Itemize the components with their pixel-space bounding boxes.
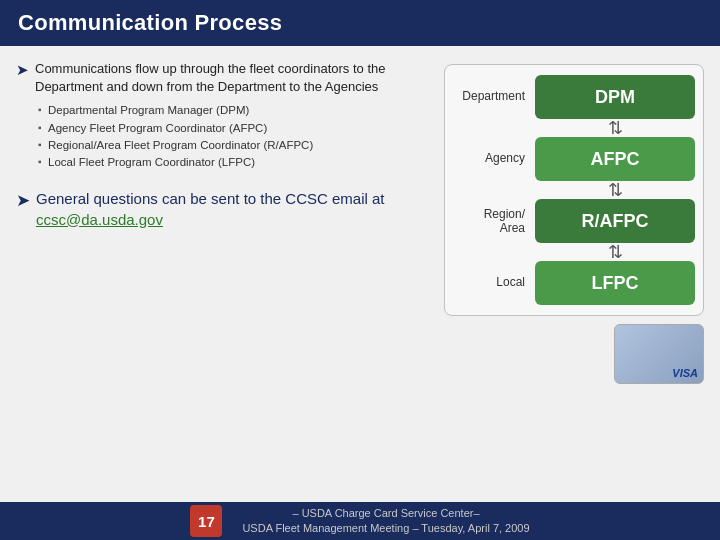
slide-title: Communication Process: [0, 0, 720, 46]
main-bullet-text-1: Communications flow up through the fleet…: [35, 60, 428, 96]
arrow-icon: ⇅: [608, 181, 623, 199]
footer-line2: USDA Fleet Management Meeting – Tuesday,…: [242, 521, 529, 536]
diagram-row-region: Region/Area R/AFPC: [455, 199, 695, 243]
slide: Communication Process ➤ Communications f…: [0, 0, 720, 540]
sub-bullet-item: Agency Fleet Program Coordinator (AFPC): [38, 120, 428, 137]
diagram-label-region: Region/Area: [455, 207, 535, 236]
ccsc-link[interactable]: ccsc@da.usda.gov: [36, 211, 163, 228]
sub-bullet-item: Regional/Area Fleet Program Coordinator …: [38, 137, 428, 154]
diagram-label-local: Local: [455, 275, 535, 291]
diagram-row-agency: Agency AFPC: [455, 137, 695, 181]
arrow-rafpc-lfpc: ⇅: [608, 243, 623, 261]
main-bullet-1: ➤ Communications flow up through the fle…: [16, 60, 428, 96]
footer-text-block: – USDA Charge Card Service Center– USDA …: [242, 506, 529, 537]
diagram-container: Department DPM ⇅ Agency AFPC ⇅: [455, 75, 695, 305]
footer-line1: – USDA Charge Card Service Center–: [292, 506, 479, 521]
visa-logo: VISA: [672, 367, 698, 379]
arrow-dpm-afpc: ⇅: [608, 119, 623, 137]
bullet-section-1: ➤ Communications flow up through the fle…: [16, 60, 428, 171]
general-bullet-arrow-icon: ➤: [16, 190, 30, 211]
arrow-icon: ⇅: [608, 243, 623, 261]
arrow-icon: ⇅: [608, 119, 623, 137]
sub-bullet-item: Departmental Program Manager (DPM): [38, 102, 428, 119]
left-panel: ➤ Communications flow up through the fle…: [16, 60, 428, 502]
sub-bullet-list: Departmental Program Manager (DPM) Agenc…: [38, 102, 428, 171]
general-bullet-text: General questions can be sent to the CCS…: [36, 189, 428, 230]
diagram-label-agency: Agency: [455, 151, 535, 167]
visa-card: VISA: [614, 324, 704, 384]
footer-bar: 17 – USDA Charge Card Service Center– US…: [0, 502, 720, 540]
diagram-box-lfpc: LFPC: [535, 261, 695, 305]
footer-page-number: 17: [190, 505, 222, 537]
general-text-prefix: General questions can be sent to the CCS…: [36, 190, 385, 207]
right-panel: Department DPM ⇅ Agency AFPC ⇅: [444, 60, 704, 502]
general-bullet: ➤ General questions can be sent to the C…: [16, 189, 428, 230]
title-text: Communication Process: [18, 10, 282, 35]
diagram-box-dpm: DPM: [535, 75, 695, 119]
bullet-arrow-icon: ➤: [16, 61, 29, 79]
diagram-box-afpc: AFPC: [535, 137, 695, 181]
diagram-row-department: Department DPM: [455, 75, 695, 119]
diagram-box-rafpc: R/AFPC: [535, 199, 695, 243]
diagram-row-local: Local LFPC: [455, 261, 695, 305]
arrow-afpc-rafpc: ⇅: [608, 181, 623, 199]
sub-bullet-item: Local Fleet Program Coordinator (LFPC): [38, 154, 428, 171]
content-area: ➤ Communications flow up through the fle…: [0, 46, 720, 502]
diagram-label-department: Department: [455, 89, 535, 105]
diagram-outer-box: Department DPM ⇅ Agency AFPC ⇅: [444, 64, 704, 316]
